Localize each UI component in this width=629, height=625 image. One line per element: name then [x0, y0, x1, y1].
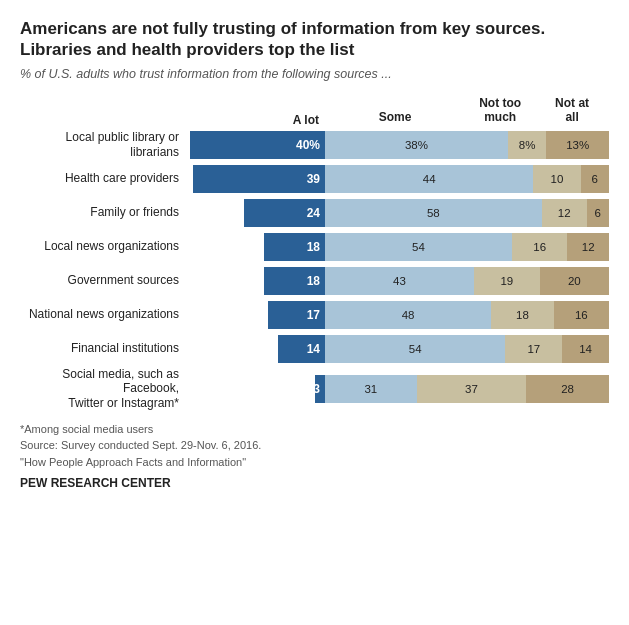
- left-row: Local news organizations 18: [20, 231, 325, 263]
- row-label: Financial institutions: [20, 341, 185, 355]
- seg-notatall: 16: [554, 301, 609, 329]
- bar-container: 40%: [185, 131, 325, 159]
- seg-notatall: 13%: [546, 131, 609, 159]
- bar-blue: 24: [244, 199, 325, 227]
- seg-some: 31: [325, 375, 417, 403]
- seg-notmuch: 19: [474, 267, 540, 295]
- bar-container: 24: [185, 199, 325, 227]
- alot-header: A lot: [20, 91, 325, 129]
- left-section: A lot Local public library or librarians…: [20, 91, 325, 413]
- seg-notmuch: 16: [512, 233, 567, 261]
- bar-blue: 39: [193, 165, 325, 193]
- left-rows: Local public library or librarians 40% H…: [20, 129, 325, 413]
- right-row: 31 37 28: [325, 367, 609, 411]
- seg-notmuch: 10: [533, 165, 580, 193]
- right-section: Some Not toomuch Not atall 38% 8% 13% 44…: [325, 91, 609, 413]
- bar-blue: 14: [278, 335, 325, 363]
- seg-some: 44: [325, 165, 533, 193]
- seg-some: 43: [325, 267, 474, 295]
- seg-notmuch: 17: [505, 335, 562, 363]
- seg-some: 38%: [325, 131, 508, 159]
- seg-some: 54: [325, 233, 512, 261]
- seg-notatall: 28: [526, 375, 609, 403]
- left-row: National news organizations 17: [20, 299, 325, 331]
- right-rows: 38% 8% 13% 44 10 6 58 12 6 54 16 12 43 1…: [325, 129, 609, 413]
- chart-area: A lot Local public library or librarians…: [20, 91, 609, 413]
- bar-blue: 17: [268, 301, 325, 329]
- bar-blue: 40%: [190, 131, 325, 159]
- right-header: Some Not toomuch Not atall: [325, 91, 609, 129]
- row-label: Local news organizations: [20, 239, 185, 253]
- right-row: 44 10 6: [325, 163, 609, 195]
- bar-container: 39: [185, 165, 325, 193]
- seg-notatall: 6: [587, 199, 609, 227]
- footer-asterisk: *Among social media users: [20, 421, 609, 438]
- seg-notatall: 20: [540, 267, 609, 295]
- seg-some: 58: [325, 199, 542, 227]
- seg-notmuch: 12: [542, 199, 587, 227]
- bar-blue: 18: [264, 233, 325, 261]
- footer: *Among social media users Source: Survey…: [20, 421, 609, 493]
- seg-some: 54: [325, 335, 505, 363]
- seg-some: 48: [325, 301, 491, 329]
- left-row: Local public library or librarians 40%: [20, 129, 325, 161]
- right-row: 43 19 20: [325, 265, 609, 297]
- bar-container: 18: [185, 267, 325, 295]
- seg-notatall: 12: [567, 233, 609, 261]
- bar-blue: 18: [264, 267, 325, 295]
- left-row: Social media, such as Facebook,Twitter o…: [20, 367, 325, 411]
- footer-source: Source: Survey conducted Sept. 29-Nov. 6…: [20, 437, 609, 454]
- row-label: National news organizations: [20, 307, 185, 321]
- bar-container: 3: [185, 375, 325, 403]
- seg-notatall: 6: [581, 165, 609, 193]
- left-row: Health care providers 39: [20, 163, 325, 195]
- right-row: 54 17 14: [325, 333, 609, 365]
- footer-quote: "How People Approach Facts and Informati…: [20, 454, 609, 471]
- chart-subtitle: % of U.S. adults who trust information f…: [20, 67, 609, 81]
- seg-notmuch: 37: [417, 375, 526, 403]
- row-label: Family or friends: [20, 205, 185, 219]
- bar-container: 18: [185, 233, 325, 261]
- left-row: Government sources 18: [20, 265, 325, 297]
- row-label: Social media, such as Facebook,Twitter o…: [20, 367, 185, 410]
- bar-container: 17: [185, 301, 325, 329]
- bar-blue: 3: [315, 375, 325, 403]
- seg-notmuch: 8%: [508, 131, 547, 159]
- right-row: 54 16 12: [325, 231, 609, 263]
- seg-notatall: 14: [562, 335, 609, 363]
- left-row: Family or friends 24: [20, 197, 325, 229]
- row-label: Government sources: [20, 273, 185, 287]
- row-label: Local public library or librarians: [20, 130, 185, 159]
- seg-notmuch: 18: [491, 301, 553, 329]
- bar-container: 14: [185, 335, 325, 363]
- right-row: 38% 8% 13%: [325, 129, 609, 161]
- chart-title: Americans are not fully trusting of info…: [20, 18, 609, 61]
- left-row: Financial institutions 14: [20, 333, 325, 365]
- row-label: Health care providers: [20, 171, 185, 185]
- right-row: 48 18 16: [325, 299, 609, 331]
- right-row: 58 12 6: [325, 197, 609, 229]
- footer-org: PEW RESEARCH CENTER: [20, 474, 609, 492]
